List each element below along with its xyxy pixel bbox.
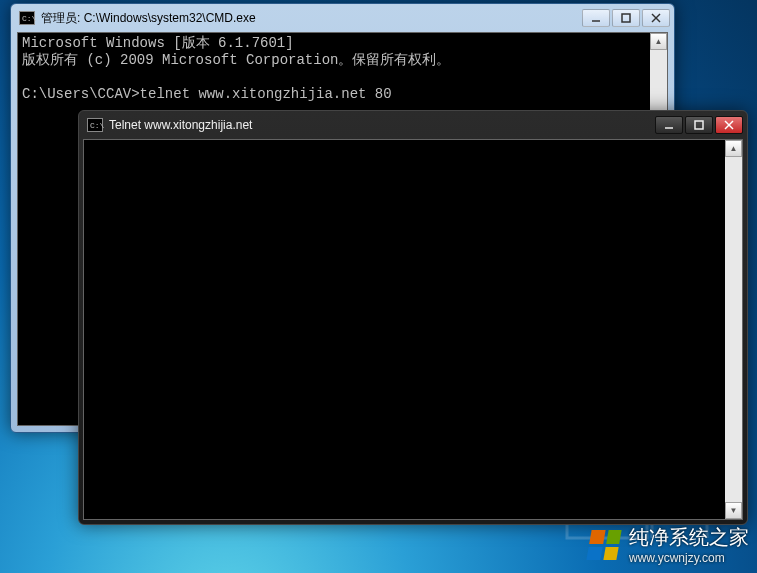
cmd-titlebar[interactable]: C:\ 管理员: C:\Windows\system32\CMD.exe bbox=[11, 4, 674, 32]
svg-rect-1 bbox=[622, 14, 630, 22]
minimize-button[interactable] bbox=[655, 116, 683, 134]
close-icon bbox=[724, 120, 734, 130]
console-icon: C:\ bbox=[87, 118, 103, 132]
watermark-url: www.ycwnjzy.com bbox=[629, 551, 749, 565]
telnet-window-controls bbox=[655, 116, 743, 134]
telnet-output[interactable] bbox=[84, 140, 725, 519]
telnet-window[interactable]: C:\ Telnet www.xitongzhijia.net ▲ ▼ bbox=[78, 110, 748, 525]
scroll-up-button[interactable]: ▲ bbox=[725, 140, 742, 157]
watermark-text-block: 纯净系统之家 www.ycwnjzy.com bbox=[629, 524, 749, 565]
watermark-text: 纯净系统之家 bbox=[629, 524, 749, 551]
close-button[interactable] bbox=[642, 9, 670, 27]
maximize-button[interactable] bbox=[612, 9, 640, 27]
console-icon: C:\ bbox=[19, 11, 35, 25]
maximize-icon bbox=[694, 120, 704, 130]
maximize-button[interactable] bbox=[685, 116, 713, 134]
scroll-up-button[interactable]: ▲ bbox=[650, 33, 667, 50]
scroll-down-button[interactable]: ▼ bbox=[725, 502, 742, 519]
scroll-track[interactable] bbox=[725, 157, 742, 502]
telnet-scrollbar[interactable]: ▲ ▼ bbox=[725, 140, 742, 519]
cmd-line: Microsoft Windows [版本 6.1.7601] bbox=[22, 35, 294, 51]
cmd-window-controls bbox=[582, 9, 670, 27]
minimize-button[interactable] bbox=[582, 9, 610, 27]
close-button[interactable] bbox=[715, 116, 743, 134]
telnet-title: Telnet www.xitongzhijia.net bbox=[109, 118, 655, 132]
close-icon bbox=[651, 13, 661, 23]
maximize-icon bbox=[621, 13, 631, 23]
watermark-logo-icon bbox=[586, 530, 621, 560]
watermark: 纯净系统之家 www.ycwnjzy.com bbox=[589, 524, 749, 565]
svg-rect-5 bbox=[695, 121, 703, 129]
minimize-icon bbox=[664, 120, 674, 130]
telnet-console: ▲ ▼ bbox=[83, 139, 743, 520]
cmd-line: C:\Users\CCAV>telnet www.xitongzhijia.ne… bbox=[22, 86, 392, 102]
minimize-icon bbox=[591, 13, 601, 23]
telnet-titlebar[interactable]: C:\ Telnet www.xitongzhijia.net bbox=[79, 111, 747, 139]
cmd-line: 版权所有 (c) 2009 Microsoft Corporation。保留所有… bbox=[22, 52, 450, 68]
cmd-title: 管理员: C:\Windows\system32\CMD.exe bbox=[41, 10, 582, 27]
